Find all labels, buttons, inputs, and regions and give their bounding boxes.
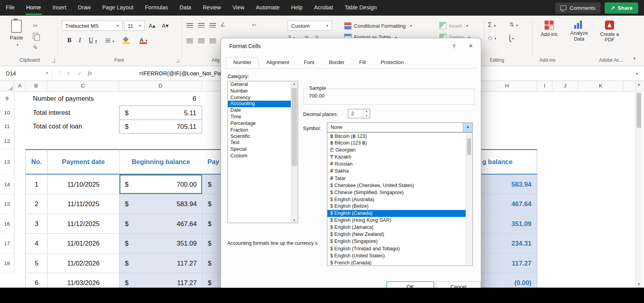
find-select-button[interactable] (509, 34, 514, 41)
scroll-up-icon[interactable]: ▴ (635, 82, 642, 86)
row-header[interactable]: 12 (0, 134, 14, 149)
dialog-close-icon[interactable]: × (469, 42, 473, 50)
category-scrollbar[interactable]: ▴ ▾ (291, 81, 298, 223)
column-header[interactable]: D (119, 80, 202, 91)
expand-formula-bar-icon[interactable]: ▾ (636, 66, 638, 80)
symbol-option[interactable]: $ English (Singapore) (327, 238, 472, 245)
symbol-dropdown-icon[interactable]: ▾ (463, 123, 472, 132)
summary-label[interactable]: Total cost of loan (33, 119, 82, 134)
grow-font-icon[interactable]: A▴ (149, 22, 155, 29)
symbol-option[interactable]: $ English (Hong Kong SAR) (327, 217, 472, 224)
row-header[interactable]: 18 (0, 253, 14, 273)
row-header[interactable]: 14 (0, 175, 14, 194)
cancel-button[interactable]: Cancel (436, 282, 481, 288)
wrap-text-icon[interactable]: ↩ (252, 22, 256, 28)
shrink-font-icon[interactable]: A▾ (162, 22, 169, 29)
add-ins-button[interactable]: Add-ins (536, 21, 562, 37)
category-option[interactable]: Custom (228, 153, 298, 159)
menu-tab[interactable]: Acrobat (308, 0, 339, 16)
category-option[interactable]: Special (228, 146, 298, 153)
menu-tab[interactable]: Formulas (139, 0, 174, 16)
symbol-option[interactable]: $ English (Canada) (327, 210, 472, 217)
column-header[interactable]: A (14, 80, 25, 91)
cell-ending-balance[interactable]: 117.27 (477, 253, 537, 273)
dialog-help-icon[interactable]: ? (452, 43, 455, 50)
symbol-option[interactable]: ₽ Sakha (327, 168, 472, 175)
vertical-scrollbar[interactable]: ▴ ▾ (635, 80, 642, 287)
name-box[interactable]: D14 (0, 66, 53, 80)
category-option[interactable]: Number (228, 88, 298, 94)
summary-value-cell[interactable]: 6 (119, 91, 202, 106)
clear-button[interactable]: ◇ (488, 34, 496, 41)
stepper-buttons[interactable]: ▴ ▾ (363, 109, 370, 118)
category-scrollbar-thumb[interactable] (292, 88, 297, 166)
number-format-combo[interactable]: Custom (288, 21, 332, 31)
menu-tab[interactable]: Insert (47, 0, 72, 16)
share-button[interactable]: ↗ Share (605, 2, 638, 13)
cell-no[interactable]: 4 (25, 234, 47, 254)
ok-button[interactable]: OK (386, 282, 434, 288)
format-painter-icon[interactable]: ✎ (33, 45, 37, 51)
summary-label[interactable]: Total interest (33, 105, 70, 119)
category-option[interactable]: Currency (228, 94, 298, 101)
symbol-option[interactable]: $ English (Belize) (327, 203, 472, 210)
copy-icon[interactable] (33, 33, 38, 39)
category-option[interactable]: Time (228, 114, 298, 120)
category-option[interactable]: Text (228, 140, 298, 146)
cell-beginning-balance[interactable]: $ 117.27 (119, 253, 202, 273)
row-header[interactable]: 10 (0, 105, 14, 119)
symbol-option[interactable]: ₸ Kazakh (327, 154, 472, 161)
symbol-option[interactable]: $ English (Jamaica) (327, 224, 472, 231)
paste-button[interactable]: Paste (7, 20, 27, 47)
menu-tab[interactable]: Home (20, 0, 46, 16)
symbol-option[interactable]: $ Cherokee (Cherokee, United States) (327, 182, 472, 189)
cell-beginning-balance[interactable]: $ 583.94 (119, 194, 202, 214)
category-option[interactable]: Date (228, 107, 298, 114)
cell-ending-balance[interactable]: 351.09 (477, 214, 537, 234)
cell-ending-balance[interactable]: 467.64 (477, 194, 537, 214)
formula-input[interactable]: =IFERROR(@IF(@Loan_Not_Pai (139, 66, 222, 80)
row-header[interactable]: 11 (0, 119, 14, 134)
column-header[interactable]: J (552, 80, 578, 91)
bold-button[interactable]: B (68, 37, 72, 44)
symbol-scrollbar[interactable] (466, 133, 472, 266)
insert-function-icon[interactable]: fx (88, 66, 92, 80)
align-middle-icon[interactable] (198, 23, 205, 28)
align-center-icon[interactable] (198, 39, 205, 43)
cell-beginning-balance[interactable]: $ 117.27 (119, 273, 202, 288)
cell-date[interactable]: 11/12/2025 (47, 214, 119, 234)
autosum-button[interactable]: Σ (488, 21, 496, 29)
cell-no[interactable]: 1 (25, 175, 47, 194)
column-header[interactable]: C (47, 80, 119, 91)
row-header[interactable]: 15 (0, 194, 14, 214)
symbol-option[interactable]: $ English (Australia) (327, 196, 472, 203)
menu-tab[interactable]: Draw (72, 0, 97, 16)
symbol-option[interactable]: ฿ Bitcoin (฿ 123) (327, 133, 472, 140)
dialog-tab[interactable]: Font (297, 57, 322, 68)
cell-ending-balance[interactable]: 583.94 (477, 175, 537, 194)
summary-label[interactable]: Number of payments (33, 91, 94, 106)
category-option[interactable]: Accounting (228, 101, 298, 107)
decimal-places-stepper[interactable]: 2 ▴ ▾ (348, 109, 370, 118)
conditional-formatting-button[interactable]: Conditional Formatting (344, 22, 412, 30)
symbol-option[interactable]: ฿ Bitcoin (123 ฿) (327, 140, 472, 147)
cut-icon[interactable]: ✂ (33, 22, 37, 29)
namebox-splitter-icon[interactable]: ⋮ (57, 66, 62, 80)
dialog-tab[interactable]: Border (322, 57, 352, 68)
category-option[interactable]: Scientific (228, 133, 298, 140)
symbol-option[interactable]: $ Chinese (Simplified, Singapore) (327, 189, 472, 196)
dialog-tab[interactable]: Fill (352, 57, 373, 68)
symbol-option[interactable]: $ English (Trinidad and Tobago) (327, 245, 472, 252)
insert-cells-button[interactable]: Insert (439, 22, 468, 29)
confirm-entry-icon[interactable]: ✓ (77, 66, 82, 80)
total-cost-cell[interactable]: $ 705.11 (119, 120, 201, 134)
menu-tab[interactable]: Page Layout (96, 0, 139, 16)
symbol-option[interactable]: $ French (Canada) (327, 259, 472, 266)
cell-date[interactable]: 11/01/2026 (47, 234, 119, 254)
cell-no[interactable]: 2 (25, 194, 47, 214)
symbol-option[interactable]: ₾ Georgian (327, 147, 472, 154)
menu-tab[interactable]: Review (197, 0, 227, 16)
symbol-combobox[interactable]: None ▾ (327, 123, 473, 132)
column-header[interactable]: B (25, 80, 47, 91)
category-option[interactable]: General (228, 81, 298, 88)
